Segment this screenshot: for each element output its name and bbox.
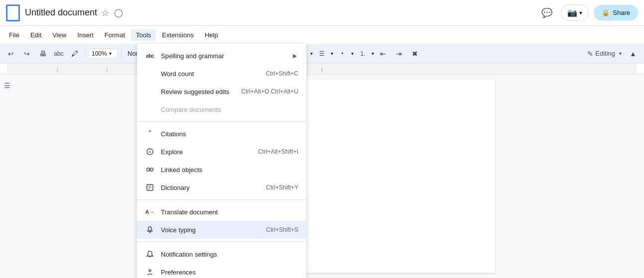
menu-option-preferences[interactable]: Preferences (137, 263, 306, 278)
collapse-toolbar-button[interactable]: ▲ (626, 47, 640, 61)
svg-text:|: | (57, 67, 58, 72)
editing-chevron: ▾ (619, 51, 622, 56)
zoom-selector[interactable]: 100% ▾ (88, 49, 118, 59)
menu-option-wordcount[interactable]: Word count Ctrl+Shift+C (137, 65, 306, 83)
preferences-label: Preferences (161, 269, 298, 276)
divider-3 (137, 242, 306, 242)
review-label: Review suggested edits (161, 88, 231, 95)
voicetyping-icon (145, 225, 155, 235)
title-bar: Untitled document ☆ ◯ 💬 📷 ▾ 🔒 Share (0, 0, 644, 26)
redo-button[interactable]: ↪ (20, 47, 34, 61)
ordered-list-chevron: ▾ (372, 51, 374, 56)
doc-icon (6, 4, 20, 21)
citations-icon: " (145, 129, 155, 139)
menu-item-tools[interactable]: Tools (131, 29, 156, 41)
list-button[interactable]: • (335, 47, 349, 61)
toolbar-separator-2 (121, 49, 122, 59)
divider-2 (137, 199, 306, 200)
translate-icon: A→ (145, 207, 155, 217)
compare-label: Compare documents (161, 106, 298, 113)
meet-button[interactable]: 📷 ▾ (561, 4, 589, 21)
compare-icon (145, 104, 155, 114)
explore-icon (145, 147, 155, 157)
wordcount-shortcut: Ctrl+Shift+C (266, 70, 298, 77)
menu-option-explore[interactable]: Explore Ctrl+Alt+Shift+I (137, 143, 306, 161)
line-spacing-chevron: ▾ (310, 51, 313, 56)
share-label: Share (613, 9, 630, 16)
checklist-button[interactable]: ☰ (315, 47, 329, 61)
share-button[interactable]: 🔒 Share (594, 5, 638, 20)
dictionary-icon (145, 183, 155, 192)
menu-option-voicetyping[interactable]: Voice typing Ctrl+Shift+S (137, 221, 306, 239)
doc-title: Untitled document (25, 7, 97, 18)
menu-item-view[interactable]: View (47, 29, 71, 41)
preferences-icon (145, 267, 155, 277)
menu-item-file[interactable]: File (4, 29, 24, 41)
wordcount-icon (145, 69, 155, 79)
menu-option-review[interactable]: Review suggested edits Ctrl+Alt+O Ctrl+A… (137, 83, 306, 100)
doc-area (7, 75, 644, 278)
menu-option-dictionary[interactable]: Dictionary Ctrl+Shift+Y (137, 179, 306, 196)
voicetyping-shortcut: Ctrl+Shift+S (266, 226, 298, 233)
menu-item-insert[interactable]: Insert (72, 29, 99, 41)
indent-more-button[interactable]: ⇥ (392, 47, 406, 61)
svg-text:|: | (107, 67, 108, 72)
review-shortcut: Ctrl+Alt+O Ctrl+Alt+U (241, 88, 298, 95)
zoom-value: 100% (92, 50, 107, 57)
menu-item-edit[interactable]: Edit (25, 29, 46, 41)
menu-item-help[interactable]: Help (200, 29, 223, 41)
divider-1 (137, 121, 306, 122)
spelling-arrow: ► (291, 52, 298, 60)
paint-format-button[interactable]: 🖍 (68, 47, 82, 61)
menu-item-extensions[interactable]: Extensions (157, 29, 199, 41)
linked-icon (145, 165, 155, 175)
main-area: ☰ (0, 75, 644, 278)
menu-item-format[interactable]: Format (100, 29, 130, 41)
meet-icon: 📷 (567, 8, 577, 17)
lock-icon: 🔒 (602, 9, 610, 16)
clear-format-button[interactable]: ✖ (408, 47, 422, 61)
pencil-icon: ✎ (587, 50, 593, 58)
svg-rect-5 (150, 168, 153, 171)
svg-text:|: | (321, 67, 322, 72)
toolbar-separator-1 (85, 49, 85, 59)
drive-icon[interactable]: ◯ (114, 8, 123, 17)
spellcheck-button[interactable]: abc (52, 47, 66, 61)
translate-label: Translate document (161, 208, 298, 216)
menu-option-linked[interactable]: Linked objects (137, 161, 306, 179)
voicetyping-label: Voice typing (161, 226, 256, 234)
print-button[interactable]: 🖶 (36, 47, 50, 61)
menu-option-citations[interactable]: " Citations (137, 125, 306, 143)
tools-dropdown-menu: abc Spelling and grammar ► Word count Ct… (137, 44, 306, 278)
citations-label: Citations (161, 130, 298, 138)
wordcount-label: Word count (161, 70, 256, 78)
notifications-label: Notification settings (161, 251, 298, 258)
svg-rect-4 (147, 168, 149, 171)
dictionary-shortcut: Ctrl+Shift+Y (266, 184, 298, 191)
editing-mode-button[interactable]: ✎ Editing ▾ (583, 47, 626, 60)
title-icons: ☆ ◯ (101, 7, 123, 18)
menu-option-compare[interactable]: Compare documents (137, 100, 306, 118)
star-icon[interactable]: ☆ (101, 7, 109, 18)
notifications-icon (145, 249, 155, 259)
comment-button[interactable]: 💬 (538, 4, 556, 22)
review-icon (145, 87, 155, 96)
explore-shortcut: Ctrl+Alt+Shift+I (258, 148, 298, 155)
toolbar: ↩ ↪ 🖶 abc 🖍 100% ▾ Normal text ▾ U A ✏ 🔗… (0, 44, 644, 64)
linked-label: Linked objects (161, 166, 298, 174)
right-tools: 💬 📷 ▾ 🔒 Share (538, 4, 638, 22)
menu-option-spelling[interactable]: abc Spelling and grammar ► (137, 47, 306, 65)
ruler-svg: | | | (7, 64, 637, 75)
ordered-list-button[interactable]: 1. (356, 47, 370, 61)
checklist-chevron: ▾ (331, 51, 333, 56)
indent-less-button[interactable]: ⇤ (376, 47, 390, 61)
menu-option-notifications[interactable]: Notification settings (137, 245, 306, 263)
sidebar-toggle-button[interactable]: ☰ (0, 79, 14, 93)
list-chevron: ▾ (351, 51, 354, 56)
ruler: | | | (0, 64, 644, 75)
svg-rect-11 (148, 227, 151, 231)
undo-button[interactable]: ↩ (4, 47, 18, 61)
svg-point-13 (149, 270, 151, 272)
explore-label: Explore (161, 148, 248, 156)
menu-option-translate[interactable]: A→ Translate document (137, 203, 306, 221)
